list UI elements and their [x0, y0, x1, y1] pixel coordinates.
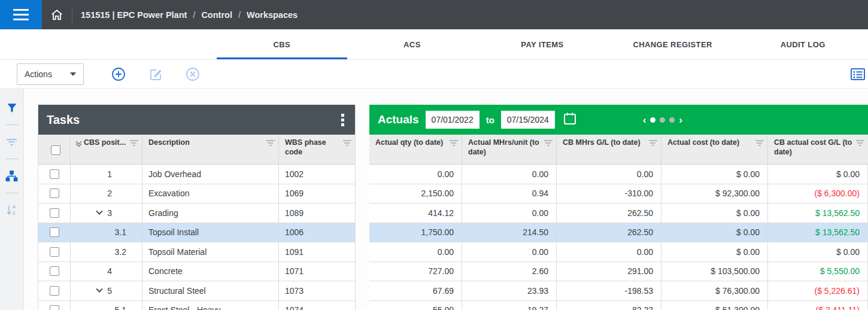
description-cell: Erect Steel - Heavy	[142, 301, 279, 310]
calendar-icon[interactable]	[563, 111, 577, 128]
actuals-row[interactable]: 727.002.60291.00$ 103,500.00$ 5,550.00	[369, 262, 868, 282]
actual-cost-cell: $ 92,300.00	[661, 184, 768, 203]
breadcrumb-project[interactable]: 151515 | EPC Power Plant	[81, 10, 187, 20]
cb-actual-cost-gl-cell: $ 5,550.00	[768, 262, 868, 281]
tab-cbs[interactable]: CBS	[217, 29, 347, 59]
cb-actual-cost-gl-cell: $ 0.00	[768, 242, 868, 262]
row-checkbox-cell	[38, 242, 71, 262]
breadcrumb-separator: /	[238, 10, 241, 20]
select-all-checkbox[interactable]	[51, 145, 60, 155]
tab-audit-log[interactable]: AUDIT LOG	[738, 29, 868, 59]
task-row[interactable]: 3Grading1089	[38, 203, 355, 223]
column-filter-icon[interactable]	[342, 140, 351, 162]
cb-mhrs-gl-cell: 0.00	[557, 165, 661, 184]
hamburger-menu-icon[interactable]	[0, 0, 42, 29]
pager-dot-2[interactable]	[660, 117, 665, 123]
column-filter-icon[interactable]	[648, 140, 657, 162]
collapse-chevron-icon[interactable]	[96, 208, 103, 214]
actuals-row[interactable]: 414.120.00262.50$ 0.00$ 13,562.50	[369, 203, 868, 223]
task-row[interactable]: 5Structural Steel1073	[38, 281, 355, 301]
saved-views-icon[interactable]	[850, 66, 866, 84]
actuals-row[interactable]: 2,150.000.94-310.00$ 92,300.00($ 6,300.0…	[369, 184, 868, 204]
pager-prev-icon[interactable]: ‹	[643, 115, 647, 125]
column-label: CB actual cost G/L (to date)	[774, 138, 854, 162]
cbs-position-header[interactable]: CBS posit...	[71, 135, 142, 164]
cb-mhrs-gl-cell: -198.53	[557, 281, 661, 300]
actual-cost-cell: $ 0.00	[661, 223, 768, 242]
actuals-row[interactable]: 0.000.000.00$ 0.00$ 0.00	[369, 242, 868, 262]
add-circle-icon[interactable]	[111, 66, 126, 82]
cbs-position-value: 2	[107, 189, 112, 198]
hierarchy-icon[interactable]	[0, 164, 24, 188]
task-row[interactable]: 3.1Topsoil Install1006	[38, 223, 355, 243]
pager-dot-3[interactable]	[669, 117, 675, 123]
collapse-all-icon[interactable]	[77, 139, 81, 162]
column-label: CB MHrs G/L (to date)	[563, 138, 647, 162]
filter-list-icon[interactable]	[0, 130, 24, 154]
cbs-position-cell: 3.2	[71, 242, 142, 262]
row-checkbox[interactable]	[50, 189, 59, 198]
tab-change-register[interactable]: CHANGE REGISTER	[608, 29, 738, 59]
description-cell: Grading	[142, 203, 279, 223]
task-row[interactable]: 5.1Erect Steel - Heavy1074	[38, 301, 355, 310]
select-all-cell	[38, 135, 71, 164]
kebab-menu-icon[interactable]	[339, 111, 347, 129]
actuals-row[interactable]: 55.0019.2782.22$ 51,300.00($ 2,411.11)	[369, 301, 868, 310]
actual-cost-cell: $ 0.00	[661, 165, 768, 184]
filter-funnel-icon[interactable]	[0, 96, 24, 120]
actual-cost-header[interactable]: Actual cost (to date)	[661, 135, 768, 164]
cbs-position-cell: 1	[71, 165, 142, 184]
date-from-input[interactable]	[426, 111, 479, 129]
column-filter-icon[interactable]	[855, 140, 864, 162]
task-row[interactable]: 4Concrete1071	[38, 262, 355, 282]
actuals-titlebar: Actuals to ‹ ›	[369, 105, 868, 135]
row-checkbox[interactable]	[50, 169, 59, 179]
cb-mhrs-gl-cell: 0.00	[557, 242, 661, 262]
row-checkbox[interactable]	[50, 305, 59, 310]
actuals-row[interactable]: 67.6923.93-198.53$ 76,300.00($ 5,226.61)	[369, 281, 868, 301]
actions-button[interactable]: Actions	[17, 63, 84, 85]
actual-mhrs-unit-header[interactable]: Actual MHrs/unit (to date)	[462, 135, 557, 164]
cbs-position-value: 3.2	[115, 247, 126, 257]
description-header[interactable]: Description	[142, 135, 279, 164]
wbs-phase-code-header[interactable]: WBS phase code	[279, 135, 355, 164]
actuals-row[interactable]: 0.000.000.00$ 0.00$ 0.00	[369, 165, 868, 184]
cb-mhrs-gl-header[interactable]: CB MHrs G/L (to date)	[557, 135, 661, 164]
pager-dot-1[interactable]	[650, 117, 655, 123]
column-filter-icon[interactable]	[544, 140, 553, 162]
actions-label: Actions	[25, 69, 52, 79]
actuals-body: 0.000.000.00$ 0.00$ 0.002,150.000.94-310…	[369, 165, 868, 310]
sort-az-icon[interactable]: AZ	[0, 198, 24, 222]
column-filter-icon[interactable]	[129, 140, 138, 162]
column-filter-icon[interactable]	[266, 140, 275, 162]
pager-next-icon[interactable]: ›	[679, 115, 682, 125]
row-checkbox[interactable]	[50, 247, 59, 257]
breadcrumb-section[interactable]: Control	[201, 10, 232, 20]
task-row[interactable]: 2Excavation1069	[38, 184, 355, 204]
row-checkbox[interactable]	[50, 266, 59, 276]
actual-qty-header[interactable]: Actual qty (to date)	[369, 135, 462, 164]
cbs-position-cell: 4	[71, 262, 142, 281]
task-row[interactable]: 3.2Topsoil Material1091	[38, 242, 355, 262]
row-checkbox[interactable]	[50, 227, 59, 237]
home-icon[interactable]	[42, 0, 72, 29]
tasks-title: Tasks	[47, 113, 80, 127]
breadcrumb-page[interactable]: Workspaces	[247, 10, 298, 20]
cb-actual-cost-gl-header[interactable]: CB actual cost G/L (to date)	[768, 135, 868, 164]
column-filter-icon[interactable]	[755, 140, 764, 162]
cancel-circle-icon[interactable]	[185, 66, 201, 82]
row-checkbox[interactable]	[50, 208, 59, 218]
column-filter-icon[interactable]	[449, 140, 458, 162]
tasks-header-row: CBS posit... Description WBS phase code	[38, 135, 355, 165]
tab-bar: CBS ACS PAY ITEMS CHANGE REGISTER AUDIT …	[0, 29, 868, 60]
collapse-chevron-icon[interactable]	[96, 285, 103, 292]
wbs-phase-code-cell: 1073	[279, 281, 355, 300]
row-checkbox-cell	[38, 203, 71, 223]
tab-acs[interactable]: ACS	[347, 29, 478, 59]
date-to-input[interactable]	[501, 111, 555, 129]
row-checkbox[interactable]	[50, 286, 59, 296]
actuals-row[interactable]: 1,750.00214.50262.50$ 0.00$ 13,562.50	[369, 223, 868, 243]
task-row[interactable]: 1Job Overhead1002	[38, 165, 355, 184]
edit-icon[interactable]	[148, 66, 163, 82]
tab-pay-items[interactable]: PAY ITEMS	[477, 29, 608, 59]
